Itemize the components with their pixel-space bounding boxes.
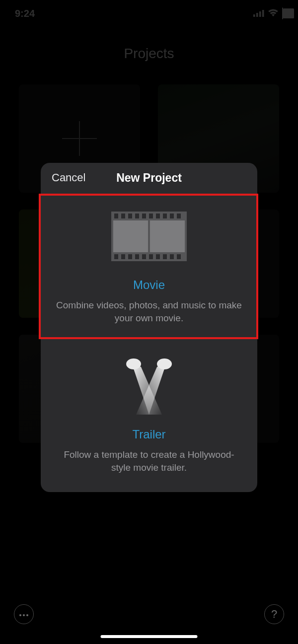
trailer-option-title: Trailer (55, 428, 243, 441)
plus-icon (59, 118, 100, 159)
svg-rect-9 (114, 214, 118, 218)
svg-rect-25 (156, 254, 160, 259)
svg-rect-24 (149, 254, 153, 259)
battery-icon (282, 8, 283, 19)
bottom-toolbar: ? (0, 596, 298, 632)
wifi-icon (268, 8, 278, 19)
svg-rect-14 (149, 214, 153, 218)
status-time: 9:24 (15, 8, 35, 19)
cancel-button[interactable]: Cancel (52, 163, 85, 193)
more-button[interactable] (14, 604, 34, 624)
svg-rect-11 (128, 214, 132, 218)
movie-option-title: Movie (55, 278, 243, 292)
svg-rect-26 (163, 254, 167, 259)
svg-rect-2 (259, 11, 261, 17)
sheet-header: Cancel New Project (41, 163, 257, 193)
svg-rect-1 (256, 13, 258, 17)
svg-rect-3 (262, 10, 264, 17)
svg-point-35 (26, 614, 28, 616)
svg-rect-10 (121, 214, 125, 218)
movie-option-description: Combine videos, photos, and music to mak… (55, 299, 243, 324)
movie-option[interactable]: Movie Combine videos, photos, and music … (41, 193, 257, 342)
svg-rect-20 (121, 254, 125, 259)
svg-rect-27 (170, 254, 174, 259)
svg-rect-22 (135, 254, 139, 259)
cellular-icon (253, 8, 264, 19)
spotlights-icon (55, 357, 243, 415)
status-bar: 9:24 (0, 0, 298, 27)
trailer-option-description: Follow a template to create a Hollywood-… (55, 448, 243, 474)
svg-rect-13 (142, 214, 146, 218)
help-button[interactable]: ? (264, 604, 284, 624)
trailer-option[interactable]: Trailer Follow a template to create a Ho… (41, 342, 257, 492)
svg-rect-8 (150, 220, 185, 252)
svg-point-34 (23, 614, 25, 616)
more-icon (19, 610, 29, 619)
svg-point-31 (126, 358, 141, 369)
svg-rect-12 (135, 214, 139, 218)
sheet-title: New Project (116, 171, 182, 185)
svg-rect-0 (253, 14, 255, 17)
question-icon: ? (271, 608, 277, 621)
new-project-sheet: Cancel New Project Movie Combine videos,… (41, 163, 257, 492)
svg-rect-15 (156, 214, 160, 218)
svg-rect-17 (170, 214, 174, 218)
svg-point-33 (19, 614, 21, 616)
svg-rect-19 (114, 254, 118, 259)
svg-rect-23 (142, 254, 146, 259)
home-indicator[interactable] (101, 635, 198, 638)
page-title: Projects (0, 46, 298, 62)
svg-rect-21 (128, 254, 132, 259)
filmstrip-icon (55, 208, 243, 265)
svg-rect-7 (113, 220, 148, 252)
svg-rect-28 (177, 254, 181, 259)
svg-rect-16 (163, 214, 167, 218)
svg-point-32 (157, 358, 172, 369)
svg-rect-18 (177, 214, 181, 218)
